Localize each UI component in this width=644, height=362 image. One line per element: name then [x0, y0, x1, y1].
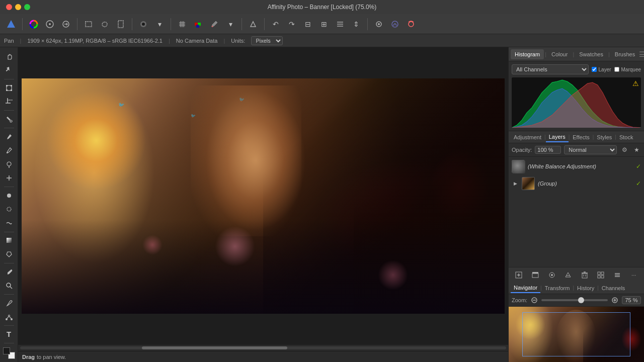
- text-left-icon[interactable]: T: [3, 328, 16, 341]
- window-controls[interactable]: [6, 4, 30, 10]
- zoom-in-btn[interactable]: [611, 296, 619, 304]
- bucket-fill-icon[interactable]: [3, 113, 16, 126]
- scrollbar-thumb[interactable]: [142, 346, 288, 349]
- color-swatches[interactable]: [3, 347, 15, 359]
- close-button[interactable]: [6, 4, 12, 10]
- blend-mode-select[interactable]: Normal Multiply Screen Overlay: [564, 145, 617, 154]
- clone-stamp-toolbar-icon[interactable]: [246, 17, 260, 31]
- foreground-color-swatch[interactable]: [3, 347, 10, 354]
- zoom-value-input[interactable]: [622, 296, 641, 304]
- marquee-checkbox[interactable]: [614, 67, 619, 72]
- move-tool-left-icon[interactable]: [3, 64, 16, 77]
- units-select[interactable]: Pixels Inches cm: [251, 36, 283, 45]
- transform-options-icon[interactable]: [388, 17, 402, 31]
- opacity-label: Opacity:: [512, 147, 532, 153]
- navigator-viewport-rect[interactable]: [522, 312, 630, 356]
- tab-brushes[interactable]: Brushes: [611, 49, 639, 59]
- svg-point-47: [11, 318, 13, 320]
- transform-left-icon[interactable]: [3, 81, 16, 95]
- view-options-icon[interactable]: [372, 17, 386, 31]
- paintbrush-left-icon[interactable]: [3, 130, 16, 143]
- fill-tool-icon[interactable]: [3, 248, 16, 261]
- tab-colour[interactable]: Colour: [547, 49, 572, 59]
- eyedropper-left-icon[interactable]: [3, 265, 16, 279]
- tab-stock[interactable]: Stock: [616, 133, 636, 142]
- fx-btn[interactable]: [563, 270, 573, 280]
- distribute-icon[interactable]: ⊞: [317, 17, 331, 31]
- affinity-logo-icon[interactable]: [4, 17, 18, 31]
- layer-checkbox[interactable]: [592, 67, 597, 72]
- horizontal-scrollbar[interactable]: [18, 345, 508, 351]
- pen-left-icon[interactable]: [3, 297, 16, 310]
- healing-brush-icon[interactable]: [3, 171, 16, 185]
- zoom-left-icon[interactable]: [3, 279, 16, 292]
- brush-dropdown-icon[interactable]: ▾: [223, 17, 237, 31]
- group-layers-btn[interactable]: [596, 270, 606, 280]
- clone-stamp-icon[interactable]: [3, 158, 16, 171]
- panel-menu-icon[interactable]: ☰: [639, 50, 644, 58]
- layer-visibility-check-2[interactable]: ✓: [636, 180, 641, 187]
- tab-effects[interactable]: Effects: [570, 133, 592, 142]
- opacity-input[interactable]: [535, 146, 561, 154]
- dodge-tool-icon[interactable]: [3, 189, 16, 202]
- tab-histogram[interactable]: Histogram: [511, 49, 544, 59]
- scrollbar-track[interactable]: [20, 346, 506, 349]
- arrange-icon[interactable]: ⊟: [301, 17, 315, 31]
- window-title: Affinity Photo – Banner [Locked] (75.0%): [268, 4, 377, 11]
- svg-rect-52: [532, 274, 538, 278]
- color-sampler-icon[interactable]: [191, 17, 205, 31]
- tab-navigator[interactable]: Navigator: [511, 283, 540, 293]
- snapshot-icon[interactable]: [404, 17, 418, 31]
- left-toolbar-separator-6: [4, 263, 14, 263]
- layer-visibility-check-1[interactable]: ✓: [636, 163, 641, 170]
- mask-layer-btn[interactable]: [547, 270, 557, 280]
- node-left-icon[interactable]: [3, 310, 16, 323]
- layer-item-white-balance[interactable]: (White Balance Adjustment) ✓: [509, 158, 644, 175]
- bokeh-1: [215, 226, 255, 266]
- zoom-out-btn[interactable]: [530, 296, 538, 304]
- tab-history[interactable]: History: [574, 284, 597, 293]
- develop-persona-icon[interactable]: [43, 17, 57, 31]
- grid-overlay-icon[interactable]: [175, 17, 189, 31]
- blur-tool-icon[interactable]: [3, 203, 16, 216]
- flip-icon[interactable]: ⇕: [349, 17, 363, 31]
- mask-dropdown-icon[interactable]: ▾: [152, 17, 167, 31]
- maximize-button[interactable]: [24, 4, 30, 10]
- mixer-brush-icon[interactable]: [3, 144, 16, 157]
- more-layers-btn[interactable]: ···: [629, 270, 639, 280]
- smudge-tool-icon[interactable]: [3, 217, 16, 230]
- redo-icon[interactable]: ↷: [285, 17, 299, 31]
- channel-select[interactable]: All Channels Red Green Blue: [512, 64, 589, 74]
- tab-swatches[interactable]: Swatches: [575, 49, 607, 59]
- export-persona-icon[interactable]: [59, 17, 73, 31]
- layer-settings-icon[interactable]: ⚙: [620, 145, 629, 154]
- mask-icon[interactable]: [136, 17, 150, 31]
- zoom-thumb[interactable]: [578, 297, 584, 303]
- canvas-content[interactable]: 🐦 🐦 🐦: [18, 47, 508, 345]
- tab-channels[interactable]: Channels: [599, 284, 628, 293]
- color-wheel-icon[interactable]: [27, 17, 41, 31]
- navigator-preview[interactable]: [509, 307, 644, 362]
- layer-item-group[interactable]: ▶ (Group) ✓: [509, 175, 644, 192]
- arrange-layers-btn[interactable]: [612, 270, 622, 280]
- zoom-slider[interactable]: [541, 299, 608, 301]
- layer-expand-icon[interactable]: ▶: [512, 180, 519, 187]
- column-marquee-icon[interactable]: [114, 17, 128, 31]
- tab-styles[interactable]: Styles: [594, 133, 615, 142]
- add-pixel-layer-btn[interactable]: [514, 270, 524, 280]
- layer-fx-icon[interactable]: ★: [632, 145, 641, 154]
- rectangular-marquee-icon[interactable]: [82, 17, 96, 31]
- align-icon[interactable]: [333, 17, 347, 31]
- crop-left-icon[interactable]: [3, 96, 16, 109]
- hand-tool-icon[interactable]: [3, 50, 16, 63]
- undo-icon[interactable]: ↶: [269, 17, 283, 31]
- tab-adjustment[interactable]: Adjustment: [511, 133, 544, 142]
- tab-transform[interactable]: Transform: [542, 284, 573, 293]
- tab-layers[interactable]: Layers: [546, 132, 569, 142]
- delete-layer-btn[interactable]: [580, 270, 590, 280]
- paint-brush-toolbar-icon[interactable]: [207, 17, 221, 31]
- free-hand-selection-icon[interactable]: [98, 17, 112, 31]
- minimize-button[interactable]: [15, 4, 21, 10]
- add-fill-layer-btn[interactable]: [530, 270, 540, 280]
- gradient-fill-icon[interactable]: [3, 234, 16, 247]
